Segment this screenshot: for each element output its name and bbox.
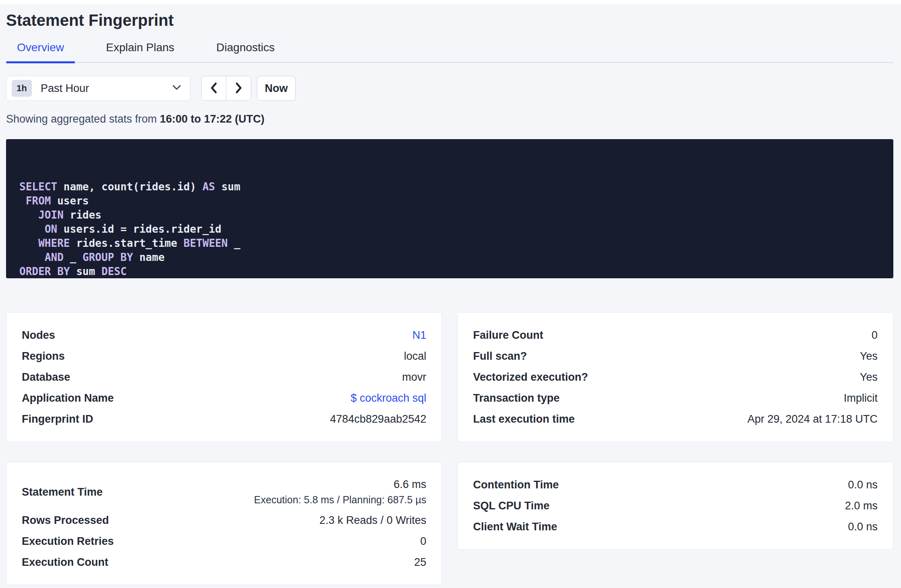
- row-statement-time: Statement Time 6.6 ms Execution: 5.8 ms …: [22, 474, 426, 510]
- execution-count-value: 25: [414, 556, 426, 569]
- time-window-label: Past Hour: [41, 82, 172, 95]
- sql-cpu-time-label: SQL CPU Time: [473, 500, 550, 512]
- wait-time-card: Contention Time 0.0 ns SQL CPU Time 2.0 …: [457, 462, 893, 550]
- time-toolbar: 1h Past Hour Now: [6, 76, 893, 101]
- execution-retries-value: 0: [420, 535, 426, 548]
- transaction-type-value: Implicit: [844, 392, 878, 405]
- tab-bar: Overview Explain Plans Diagnostics: [6, 41, 893, 63]
- chevron-down-icon: [172, 85, 181, 92]
- row-contention-time: Contention Time 0.0 ns: [473, 474, 878, 495]
- full-scan-value: Yes: [860, 350, 878, 363]
- statement-time-card: Statement Time 6.6 ms Execution: 5.8 ms …: [6, 462, 442, 585]
- sql-line: ON users.id = rides.rider_id: [19, 222, 881, 236]
- client-wait-time-label: Client Wait Time: [473, 521, 557, 533]
- chevron-right-icon: [234, 82, 243, 95]
- regions-label: Regions: [22, 350, 65, 363]
- rows-processed-label: Rows Processed: [22, 514, 109, 527]
- row-full-scan: Full scan? Yes: [473, 346, 878, 367]
- nodes-label: Nodes: [22, 329, 55, 342]
- database-label: Database: [22, 371, 70, 384]
- application-name-value-link[interactable]: $ cockroach sql: [350, 392, 426, 405]
- sql-line: SELECT name, count(rides.id) AS sum: [19, 180, 881, 194]
- application-name-label: Application Name: [22, 392, 114, 405]
- row-application-name: Application Name $ cockroach sql: [22, 388, 426, 409]
- nodes-value-link[interactable]: N1: [412, 329, 426, 342]
- previous-time-button[interactable]: [202, 76, 226, 100]
- row-client-wait-time: Client Wait Time 0.0 ns: [473, 516, 878, 537]
- time-range-picker[interactable]: 1h Past Hour: [6, 76, 190, 101]
- time-window-badge: 1h: [12, 80, 32, 97]
- row-vectorized-execution: Vectorized execution? Yes: [473, 367, 878, 388]
- statement-time-breakdown: Execution: 5.8 ms / Planning: 687.5 µs: [254, 494, 426, 506]
- vectorized-execution-value: Yes: [860, 371, 878, 384]
- row-regions: Regions local: [22, 346, 426, 367]
- sql-code: SELECT name, count(rides.id) AS sum FROM…: [19, 180, 881, 278]
- execution-retries-label: Execution Retries: [22, 535, 114, 548]
- aggregated-stats-line: Showing aggregated stats from 16:00 to 1…: [6, 113, 893, 125]
- fingerprint-id-value: 4784cb829aab2542: [330, 413, 426, 425]
- regions-value: local: [404, 350, 426, 363]
- tab-overview[interactable]: Overview: [6, 41, 75, 62]
- fingerprint-id-label: Fingerprint ID: [22, 413, 93, 425]
- row-database: Database movr: [22, 367, 426, 388]
- sql-line: JOIN rides: [19, 208, 881, 222]
- statement-time-label: Statement Time: [22, 486, 103, 498]
- statement-time-value: 6.6 ms: [394, 478, 426, 490]
- tab-explain-plans[interactable]: Explain Plans: [95, 41, 186, 62]
- row-transaction-type: Transaction type Implicit: [473, 388, 878, 409]
- transaction-type-label: Transaction type: [473, 392, 560, 405]
- execution-count-label: Execution Count: [22, 556, 108, 569]
- database-value: movr: [402, 371, 426, 384]
- client-wait-time-value: 0.0 ns: [848, 521, 878, 533]
- full-scan-label: Full scan?: [473, 350, 527, 363]
- statement-time-value-stack: 6.6 ms Execution: 5.8 ms / Planning: 687…: [254, 476, 426, 508]
- stats-line-prefix: Showing aggregated stats from: [6, 113, 160, 125]
- sql-statement-box: SELECT name, count(rides.id) AS sum FROM…: [6, 139, 893, 278]
- page-content: Statement Fingerprint Overview Explain P…: [0, 11, 901, 585]
- sql-line: WHERE rides.start_time BETWEEN _: [19, 236, 881, 250]
- sql-line: AND _ GROUP BY name: [19, 250, 881, 265]
- summary-cards-row: Nodes N1 Regions local Database movr App…: [6, 312, 893, 442]
- sql-cpu-time-value: 2.0 ms: [845, 500, 878, 512]
- row-rows-processed: Rows Processed 2.3 k Reads / 0 Writes: [22, 510, 426, 531]
- sql-line: ORDER BY sum DESC: [19, 265, 881, 278]
- performance-cards-row: Statement Time 6.6 ms Execution: 5.8 ms …: [6, 462, 893, 585]
- row-execution-retries: Execution Retries 0: [22, 531, 426, 552]
- row-fingerprint-id: Fingerprint ID 4784cb829aab2542: [22, 409, 426, 430]
- rows-processed-value: 2.3 k Reads / 0 Writes: [319, 514, 426, 527]
- now-button[interactable]: Now: [257, 76, 296, 101]
- failure-count-value: 0: [872, 329, 878, 342]
- vectorized-execution-label: Vectorized execution?: [473, 371, 588, 384]
- execution-attributes-card: Failure Count 0 Full scan? Yes Vectorize…: [457, 312, 893, 442]
- row-sql-cpu-time: SQL CPU Time 2.0 ms: [473, 495, 878, 516]
- top-strip: [0, 0, 901, 4]
- statement-details-card: Nodes N1 Regions local Database movr App…: [6, 312, 442, 442]
- last-execution-time-value: Apr 29, 2024 at 17:18 UTC: [747, 413, 878, 425]
- row-nodes: Nodes N1: [22, 325, 426, 346]
- stats-line-range: 16:00 to 17:22 (UTC): [160, 113, 265, 125]
- row-execution-count: Execution Count 25: [22, 552, 426, 573]
- row-last-execution-time: Last execution time Apr 29, 2024 at 17:1…: [473, 409, 878, 430]
- time-step-buttons: [201, 76, 251, 101]
- contention-time-value: 0.0 ns: [848, 479, 878, 491]
- sql-line: FROM users: [19, 194, 881, 208]
- next-time-button[interactable]: [226, 76, 251, 100]
- row-failure-count: Failure Count 0: [473, 325, 878, 346]
- contention-time-label: Contention Time: [473, 479, 559, 491]
- chevron-left-icon: [209, 82, 218, 95]
- tab-diagnostics[interactable]: Diagnostics: [205, 41, 286, 62]
- page-title: Statement Fingerprint: [6, 11, 893, 29]
- failure-count-label: Failure Count: [473, 329, 543, 342]
- last-execution-time-label: Last execution time: [473, 413, 575, 425]
